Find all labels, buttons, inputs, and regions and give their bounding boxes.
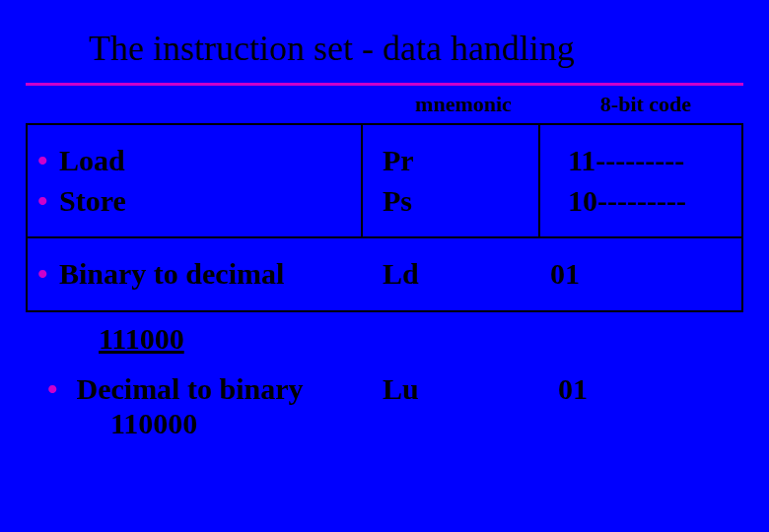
mnemonic-text: Ps	[383, 181, 538, 222]
cell-description: • Decimal to binary	[37, 366, 373, 410]
title-area: The instruction set - data handling	[0, 0, 769, 79]
code-text: 10---------	[568, 181, 741, 222]
slide-title: The instruction set - data handling	[89, 28, 730, 69]
bullet-icon: •	[37, 254, 59, 295]
row3-subvalue: 110000	[26, 407, 743, 440]
desc-text: Binary to decimal	[59, 257, 284, 290]
table-row: •Load •Store Pr Ps 11--------- 10-------…	[26, 123, 743, 238]
cell-description: •Load •Store	[28, 125, 363, 236]
table-row: • Decimal to binary Lu 01	[26, 366, 743, 410]
mnemonic-text: Ld	[383, 254, 540, 295]
cell-code: 01	[540, 238, 741, 310]
cell-code: 01	[550, 366, 743, 410]
bullet-icon: •	[37, 141, 59, 181]
mnemonic-text: Lu	[383, 369, 550, 410]
mnemonic-text: Pr	[383, 141, 538, 181]
column-headers: mnemonic 8-bit code	[0, 86, 769, 123]
cell-mnemonic: Lu	[373, 366, 550, 410]
table-row: •Binary to decimal Ld 01	[26, 238, 743, 312]
cell-mnemonic: Ld	[363, 238, 540, 310]
desc-text: Store	[59, 184, 126, 217]
bullet-icon: •	[47, 369, 69, 410]
code-text: 01	[558, 369, 743, 410]
header-code: 8-bit code	[562, 92, 730, 117]
code-text: 01	[550, 254, 741, 295]
header-mnemonic: mnemonic	[375, 92, 552, 117]
cell-description: •Binary to decimal	[28, 238, 363, 310]
bullet-icon: •	[37, 181, 59, 222]
cell-mnemonic: Pr Ps	[363, 125, 540, 236]
instruction-table: •Load •Store Pr Ps 11--------- 10-------…	[26, 123, 743, 440]
code-text: 11---------	[568, 141, 741, 181]
slide: The instruction set - data handling mnem…	[0, 0, 769, 532]
desc-text: Load	[59, 144, 125, 176]
intermediate-value: 111000	[26, 312, 743, 366]
desc-text: Decimal to binary	[77, 372, 304, 405]
cell-code: 11--------- 10---------	[540, 125, 741, 236]
